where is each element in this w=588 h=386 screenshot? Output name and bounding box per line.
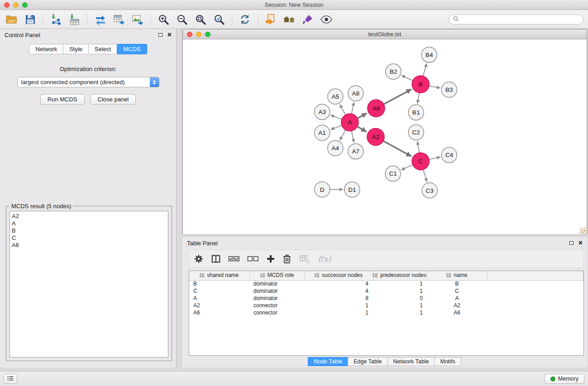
- graph-node-A8[interactable]: A8: [348, 86, 363, 101]
- run-mcds-button[interactable]: Run MCDS: [40, 94, 85, 105]
- tab-select[interactable]: Select: [88, 44, 117, 54]
- graph-node-A[interactable]: A: [341, 114, 359, 131]
- import-network-from-file-icon[interactable]: [49, 12, 63, 27]
- graph-edge-A-A5[interactable]: [340, 105, 346, 115]
- graph-edge-A-A6[interactable]: [358, 113, 367, 118]
- add-column-icon[interactable]: [266, 254, 275, 263]
- first-neighbors-icon[interactable]: [263, 12, 278, 27]
- tab-node-table[interactable]: Node Table: [308, 357, 348, 366]
- graph-edge-A-A1[interactable]: [330, 125, 342, 129]
- open-icon[interactable]: [5, 12, 19, 27]
- search-field[interactable]: [449, 14, 583, 24]
- graph-node-B4[interactable]: B4: [421, 47, 437, 62]
- graph-edge-C-C4[interactable]: [429, 157, 440, 160]
- graph-edge-A-A2[interactable]: [357, 127, 366, 132]
- table-row[interactable]: A2connector11A2: [189, 302, 583, 309]
- table-row[interactable]: Bdominator41B: [189, 280, 583, 287]
- table-row[interactable]: Adominator80A: [189, 295, 583, 302]
- close-network-window-button[interactable]: [187, 32, 192, 37]
- graph-edge-C-C1[interactable]: [401, 165, 412, 170]
- minimize-window-button[interactable]: [13, 2, 19, 8]
- zoom-out-icon[interactable]: [175, 12, 189, 27]
- close-table-panel-button[interactable]: ×: [578, 240, 583, 246]
- graph-node-A2[interactable]: A2: [367, 128, 384, 145]
- graph-edge-A-A7[interactable]: [352, 131, 354, 143]
- resize-grip[interactable]: [580, 228, 586, 234]
- graph-node-A7[interactable]: A7: [348, 144, 363, 159]
- zoom-in-icon[interactable]: [156, 12, 171, 27]
- graph-edge-A2-C[interactable]: [383, 141, 411, 157]
- refresh-view-icon[interactable]: [238, 12, 252, 27]
- deselect-all-icon[interactable]: [247, 254, 259, 263]
- home-icon[interactable]: [282, 12, 296, 27]
- column-header-shared-name[interactable]: shared name: [189, 271, 249, 280]
- search-input[interactable]: [461, 15, 579, 24]
- save-icon[interactable]: [23, 12, 38, 27]
- graph-edge-B-B1[interactable]: [417, 93, 419, 104]
- tab-motifs[interactable]: Motifs: [434, 357, 461, 366]
- graph-edge-A-A3[interactable]: [330, 115, 342, 119]
- zoom-fit-icon[interactable]: [193, 12, 208, 27]
- minimize-network-window-button[interactable]: [196, 32, 201, 37]
- tab-edge-table[interactable]: Edge Table: [348, 357, 387, 366]
- graph-node-B1[interactable]: B1: [408, 105, 424, 120]
- result-item[interactable]: A6: [12, 242, 166, 249]
- graph-edge-B-B4[interactable]: [423, 63, 426, 76]
- float-panel-button[interactable]: [158, 33, 163, 37]
- result-item[interactable]: B: [12, 227, 166, 234]
- graph-node-C3[interactable]: C3: [422, 183, 437, 198]
- column-header-name[interactable]: name: [427, 271, 487, 280]
- network-share-icon[interactable]: [93, 12, 108, 27]
- delete-column-icon[interactable]: [282, 254, 292, 264]
- graph-node-C[interactable]: C: [412, 153, 429, 170]
- close-window-button[interactable]: [4, 2, 10, 8]
- graph-edge-C-C2[interactable]: [417, 141, 419, 152]
- result-item[interactable]: A: [12, 220, 166, 227]
- export-table-icon[interactable]: [112, 12, 126, 27]
- close-panel-button[interactable]: Close panel: [91, 94, 136, 105]
- column-header-predecessor-nodes[interactable]: predecessor nodes: [373, 271, 427, 280]
- import-table-from-file-icon[interactable]: [67, 12, 82, 27]
- result-item[interactable]: C: [12, 234, 166, 242]
- zoom-selected-icon[interactable]: [212, 12, 226, 27]
- graph-node-A4[interactable]: A4: [328, 140, 343, 156]
- graph-node-A6[interactable]: A6: [368, 100, 385, 117]
- column-header-MCDS-role[interactable]: MCDS role: [249, 271, 305, 280]
- graph-node-C1[interactable]: C1: [385, 166, 401, 181]
- tab-mcds[interactable]: MCDS: [117, 44, 147, 54]
- table-row[interactable]: A6connector11A6: [189, 309, 583, 316]
- graph-node-C4[interactable]: C4: [441, 148, 457, 163]
- table-row[interactable]: Cdominator41C: [189, 287, 583, 295]
- graph-node-B2[interactable]: B2: [386, 64, 401, 79]
- graph-edge-B-B2[interactable]: [402, 76, 413, 81]
- tab-style[interactable]: Style: [63, 44, 89, 54]
- float-table-panel-button[interactable]: [569, 241, 574, 245]
- graph-node-C2[interactable]: C2: [408, 124, 424, 140]
- graph-edge-C-C3[interactable]: [423, 170, 427, 182]
- show-panels-button[interactable]: [4, 374, 17, 384]
- graph-node-A1[interactable]: A1: [315, 125, 330, 140]
- memory-button[interactable]: Memory: [545, 374, 584, 384]
- result-item[interactable]: A2: [12, 213, 166, 220]
- graph-node-D[interactable]: D: [315, 182, 330, 197]
- graph-edge-A-A8[interactable]: [352, 102, 354, 114]
- show-columns-icon[interactable]: [211, 254, 221, 264]
- column-header-successor-nodes[interactable]: successor nodes: [305, 271, 373, 280]
- graph-edge-B-B3[interactable]: [429, 86, 440, 88]
- graph-node-A5[interactable]: A5: [328, 89, 343, 104]
- network-canvas[interactable]: B4B2BB3A8A5A6A3B1AC2A1A2A4A7C4CC1C3DD1: [183, 39, 587, 234]
- graph-edge-A-A4[interactable]: [340, 130, 346, 140]
- zoom-window-button[interactable]: [22, 2, 28, 8]
- graph-node-B[interactable]: B: [412, 76, 429, 93]
- graph-node-D1[interactable]: D1: [344, 182, 360, 197]
- graph-node-B3[interactable]: B3: [441, 82, 457, 97]
- select-all-icon[interactable]: [228, 254, 240, 263]
- tab-network-table[interactable]: Network Table: [387, 357, 435, 366]
- close-panel-x-button[interactable]: ×: [167, 32, 172, 38]
- style-icon[interactable]: [301, 12, 315, 27]
- graph-edge-A6-B[interactable]: [384, 89, 411, 104]
- mcds-result-list[interactable]: A2ABCA6: [10, 211, 168, 357]
- criterion-dropdown[interactable]: largest connected component (directed): [17, 77, 159, 87]
- show-hide-icon[interactable]: [319, 12, 334, 27]
- settings-gear-icon[interactable]: [194, 254, 204, 264]
